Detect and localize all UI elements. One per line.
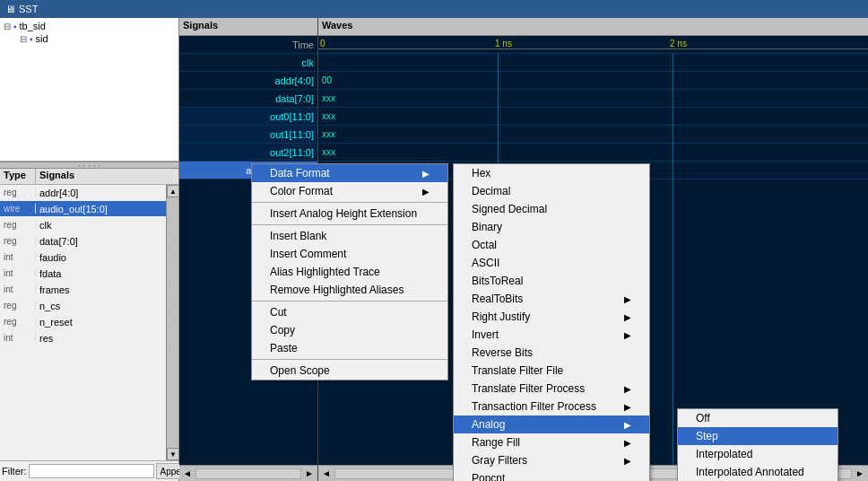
cm2-submenu-arrow-8: ▶ — [624, 312, 631, 322]
signal-row-2[interactable]: regclk — [0, 217, 166, 233]
scroll-left-btn[interactable]: ◄ — [179, 468, 195, 478]
signal-row-6[interactable]: intframes — [0, 282, 166, 298]
cm2-item-13[interactable]: Transaction Filter Process▶ — [454, 398, 649, 415]
cm1-item-14[interactable]: Open Scope — [252, 362, 447, 380]
cm1-item-5[interactable]: Insert Blank — [252, 227, 447, 245]
signal-type-7: reg — [0, 301, 36, 310]
sst-divider[interactable]: · · · · · — [0, 162, 178, 169]
cm2-item-9[interactable]: Invert▶ — [454, 326, 649, 344]
cm1-item-label-8: Remove Highlighted Aliases — [270, 284, 404, 296]
ruler-tick-2ns: 2 ns — [670, 39, 687, 48]
tree-item-tb-sid[interactable]: ⊟ ▪ tb_sid — [2, 20, 177, 32]
signal-type-0: reg — [0, 188, 36, 197]
cm2-item-12[interactable]: Translate Filter Process▶ — [454, 380, 649, 398]
cm2-item-8[interactable]: Right Justify▶ — [454, 308, 649, 326]
cm1-item-7[interactable]: Alias Highlighted Trace — [252, 263, 447, 281]
app-title: SST — [19, 4, 38, 14]
cm2-item-label-12: Translate Filter Process — [472, 382, 585, 395]
cm2-item-10[interactable]: Reverse Bits — [454, 344, 649, 362]
cm1-item-10[interactable]: Cut — [252, 303, 447, 321]
cm2-item-label-6: BitsToReal — [472, 275, 523, 287]
signal-name-6: frames — [36, 284, 166, 295]
cm3-item-label-2: Interpolated — [696, 448, 752, 460]
h-scrollbar-track[interactable] — [195, 468, 301, 479]
filter-input[interactable] — [29, 464, 154, 478]
signal-row-0[interactable]: regaddr[4:0] — [0, 185, 166, 201]
cm2-item-0[interactable]: Hex — [454, 164, 649, 182]
cm2-item-17[interactable]: Popcnt — [454, 469, 649, 481]
cm1-separator-9 — [252, 301, 447, 302]
scroll-track[interactable] — [167, 197, 178, 448]
cm2-item-6[interactable]: BitsToReal — [454, 272, 649, 290]
signals-list[interactable]: regaddr[4:0]wireaudio_out[15:0]regclkreg… — [0, 185, 166, 460]
scroll-down-btn[interactable]: ▼ — [167, 448, 178, 460]
cm2-item-11[interactable]: Translate Filter File — [454, 362, 649, 380]
cm2-item-1[interactable]: Decimal — [454, 182, 649, 200]
waves-scroll-left[interactable]: ◄ — [318, 468, 334, 478]
signal-entry-name-4: out1[11:0] — [270, 129, 314, 140]
context-menu-l2: HexDecimalSigned DecimalBinaryOctalASCII… — [453, 163, 650, 481]
sst-signals-area: Type Signals regaddr[4:0]wireaudio_out[1… — [0, 169, 178, 460]
signal-type-6: int — [0, 284, 36, 294]
signal-entry-0: clk — [179, 54, 317, 72]
cm1-item-11[interactable]: Copy — [252, 321, 447, 339]
cm3-item-1[interactable]: Step — [678, 427, 838, 445]
cm2-submenu-arrow-7: ▶ — [624, 294, 631, 304]
cm2-item-label-13: Transaction Filter Process — [472, 400, 596, 413]
sst-tree: ⊟ ▪ tb_sid ⊟ ▪ sid — [0, 18, 178, 162]
module-icon-2: ▪ — [30, 34, 33, 44]
cm2-item-16[interactable]: Gray Filters▶ — [454, 451, 649, 469]
type-column-header: Type — [0, 169, 36, 184]
signal-entry-name-3: out0[11:0] — [270, 111, 314, 122]
cm2-item-14[interactable]: Analog▶ — [454, 415, 649, 433]
signal-row-5[interactable]: intfdata — [0, 266, 166, 282]
cm3-item-2[interactable]: Interpolated — [678, 445, 838, 463]
scroll-up-btn[interactable]: ▲ — [167, 185, 178, 197]
cm2-item-2[interactable]: Signed Decimal — [454, 200, 649, 218]
signal-type-5: int — [0, 268, 36, 278]
cm2-item-3[interactable]: Binary — [454, 218, 649, 236]
cm2-item-label-16: Gray Filters — [472, 454, 527, 467]
signals-scrollbar[interactable]: ▲ ▼ — [166, 185, 178, 460]
waves-scroll-right[interactable]: ► — [852, 468, 868, 478]
cm1-item-12[interactable]: Paste — [252, 339, 447, 357]
cm2-item-7[interactable]: RealToBits▶ — [454, 290, 649, 308]
cm2-item-15[interactable]: Range Fill▶ — [454, 433, 649, 451]
expand-icon: ⊟ — [4, 22, 11, 31]
cm1-item-3[interactable]: Insert Analog Height Extension — [252, 205, 447, 223]
cm2-submenu-arrow-15: ▶ — [624, 438, 631, 448]
signals-panel-title: Signals — [183, 20, 218, 31]
wave-line-5: xxx — [318, 144, 868, 162]
signal-name-3: data[7:0] — [36, 236, 166, 247]
cm3-item-label-3: Interpolated Annotated — [696, 466, 804, 478]
cm1-item-1[interactable]: Color Format▶ — [252, 182, 447, 200]
signals-table-header: Type Signals — [0, 169, 178, 185]
cm1-item-0[interactable]: Data Format▶ — [252, 164, 447, 182]
signal-row-4[interactable]: intfaudio — [0, 249, 166, 266]
wave-value-1: 00 — [318, 75, 332, 85]
tree-label-tb-sid: tb_sid — [20, 21, 46, 31]
cm2-item-5[interactable]: ASCII — [454, 254, 649, 272]
scroll-right-btn[interactable]: ► — [301, 468, 317, 478]
signal-entry-name-5: out2[11:0] — [270, 147, 314, 158]
signal-type-3: reg — [0, 236, 36, 246]
signal-row-7[interactable]: regn_cs — [0, 298, 166, 314]
cm3-item-0[interactable]: Off — [678, 409, 838, 427]
cm2-item-label-9: Invert — [472, 328, 499, 341]
tree-item-sid[interactable]: ⊟ ▪ sid — [2, 32, 177, 45]
signal-row-8[interactable]: regn_reset — [0, 314, 166, 330]
signal-row-9[interactable]: intres — [0, 330, 166, 346]
cm3-item-3[interactable]: Interpolated Annotated — [678, 463, 838, 481]
signals-scroll-area: regaddr[4:0]wireaudio_out[15:0]regclkreg… — [0, 185, 178, 460]
signals-panel-bottom[interactable]: ◄ ► — [179, 465, 317, 481]
cm1-item-8[interactable]: Remove Highlighted Aliases — [252, 281, 447, 299]
signal-row-3[interactable]: regdata[7:0] — [0, 233, 166, 249]
cm2-item-label-14: Analog — [472, 418, 505, 431]
cm2-item-label-4: Octal — [472, 239, 497, 251]
signal-row-1[interactable]: wireaudio_out[15:0] — [0, 201, 166, 217]
cm2-item-4[interactable]: Octal — [454, 236, 649, 254]
cm1-item-6[interactable]: Insert Comment — [252, 245, 447, 263]
filter-label: Filter: — [2, 466, 27, 477]
signal-name-5: fdata — [36, 268, 166, 279]
signals-panel-header: Signals — [179, 18, 317, 36]
